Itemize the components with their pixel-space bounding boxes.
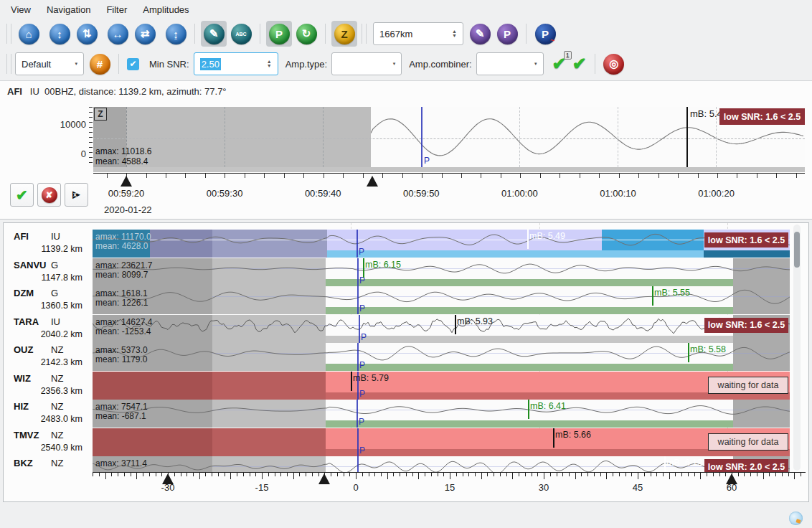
amp-combiner-combobox[interactable]: ▾ [476, 52, 544, 75]
mb-pick-line[interactable] [527, 230, 529, 249]
station-label[interactable]: AFIIU1139.2 km [4, 230, 93, 258]
overview-button[interactable]: ⌂ [16, 21, 42, 47]
p-pick-line[interactable] [357, 456, 359, 472]
tick [287, 473, 288, 476]
spin-arrows-icon[interactable]: ▲▼ [261, 60, 272, 68]
tick [225, 473, 225, 476]
recompute-icon: ↻ [296, 24, 317, 44]
mb-pick-line[interactable] [363, 258, 364, 278]
p-pick-line[interactable] [357, 428, 359, 456]
trace-row[interactable]: PmB: 5.79waiting for data [93, 372, 790, 400]
p-pick-line[interactable] [421, 107, 422, 167]
zoom-out-horizontal-button[interactable]: ⇄ [132, 21, 158, 47]
toolbar-separator [260, 24, 260, 44]
station-label[interactable]: TARAIU2040.2 km [4, 315, 93, 343]
min-snr-value: 2.50 [200, 58, 221, 70]
recompute-button[interactable]: ↻ [293, 21, 319, 47]
compute-magnitudes-button[interactable]: P~ [532, 21, 558, 47]
menu-view[interactable]: View [3, 1, 39, 18]
scrollbar-track[interactable] [793, 225, 801, 471]
trace-row[interactable]: PmB: 6.12amax: 3711.4low SNR: 2.0 < 2.5 [93, 456, 790, 472]
min-snr-spinbox[interactable]: 2.50 ▲▼ [194, 52, 278, 75]
menu-filter[interactable]: Filter [98, 1, 135, 18]
system-tray-icon[interactable] [789, 512, 803, 525]
filter-number-button[interactable]: # [87, 51, 113, 77]
trace-row[interactable]: PmB: 5.49amax: 11170.0mean: 4628.0low SN… [93, 230, 790, 258]
reject-button[interactable]: ✘ [37, 183, 61, 207]
mb-pick-line[interactable] [652, 286, 653, 306]
distance-value: 1667km [379, 29, 412, 39]
station-label[interactable]: SANVUG1147.8 km [4, 258, 93, 286]
menu-navigation[interactable]: Navigation [39, 1, 98, 18]
tick [580, 174, 580, 178]
amp-combiner-label: Amp.combiner: [409, 59, 471, 70]
station-label[interactable]: TMVZNZ2540.9 km [4, 428, 93, 456]
measure-amplitude-button[interactable]: ✎ [467, 21, 493, 47]
p-pick-line[interactable] [359, 315, 360, 343]
toolbar-handle[interactable] [6, 24, 11, 44]
confirm-all-button[interactable]: ✔ [572, 54, 587, 74]
component-z-button[interactable]: Z [331, 21, 357, 47]
station-label[interactable]: HIZNZ2483.0 km [4, 400, 93, 428]
time-marker-triangle[interactable] [726, 473, 737, 484]
amplitude-pick-line[interactable] [686, 107, 688, 167]
amp-type-label: Amp.type: [285, 59, 328, 70]
zoom-out-vertical-icon: ⇅ [77, 24, 98, 44]
origin-target-button[interactable]: ◎ [601, 51, 627, 77]
station-label[interactable]: DZMG1360.5 km [4, 286, 93, 314]
toolbar-handle[interactable] [6, 54, 11, 74]
zoom-in-vertical-button[interactable]: ↕ [47, 21, 72, 47]
station-label[interactable]: WIZNZ2356.3 km [4, 372, 93, 400]
trace-row[interactable]: PmB: 6.15amax: 23621.7mean: 8099.7 [93, 258, 790, 286]
station-label[interactable]: OUZNZ2142.3 km [4, 343, 93, 371]
station-label[interactable]: BKZNZ [4, 456, 93, 472]
trace-row[interactable]: PmB: 5.66waiting for data [93, 428, 790, 456]
zoom-out-vertical-button[interactable]: ⇅ [74, 21, 100, 47]
pick-phase-button[interactable]: P [266, 21, 292, 47]
menu-amplitudes[interactable]: Amplitudes [135, 1, 197, 18]
filter-profile-combobox[interactable]: Default ▾ [15, 52, 84, 75]
tick [402, 174, 403, 178]
min-snr-checkbox[interactable]: ✔ [127, 58, 139, 70]
mb-pick-line[interactable] [553, 428, 554, 448]
labels-abc-button[interactable]: ABC [228, 21, 254, 47]
tick [438, 473, 438, 476]
tick [393, 473, 394, 476]
trace-row[interactable]: PmB: 5.93amax: 14627.4mean: -1253.4low S… [93, 315, 790, 343]
mb-value-label: mB: 5.66 [555, 430, 591, 440]
trace-row[interactable]: PmB: 5.58amax: 5373.0mean: 1179.0 [93, 343, 790, 371]
tick [520, 174, 521, 178]
mb-pick-line[interactable] [664, 456, 666, 472]
mb-pick-line[interactable] [455, 315, 456, 334]
mb-pick-line[interactable] [528, 400, 529, 419]
zoom-in-horizontal-button[interactable]: ↔ [105, 21, 131, 47]
spin-arrows-icon[interactable]: ▲▼ [446, 29, 457, 38]
p-pick-line[interactable] [357, 286, 359, 314]
confirm-one-button[interactable]: ✔ 1 [552, 54, 567, 74]
time-marker-triangle[interactable] [121, 176, 132, 187]
amp-type-combobox[interactable]: ▾ [331, 52, 402, 75]
trace-row[interactable]: PmB: 6.41amax: 7547.1mean: -687.1 [93, 400, 790, 428]
mb-pick-line[interactable] [351, 372, 352, 391]
time-marker-triangle[interactable] [367, 176, 378, 187]
toolbar-handle[interactable] [362, 24, 367, 44]
normalize-amplitudes-button[interactable]: ↨ [163, 21, 189, 47]
time-marker-triangle[interactable] [162, 473, 174, 484]
p-pick-line[interactable] [357, 343, 359, 371]
distance-spinbox[interactable]: 1667km▲▼ [373, 22, 463, 45]
zoom-waveform-plot[interactable]: Z P mB: 5.4 amax: 11018.6 mean: 4588.4 l… [93, 107, 805, 167]
pick-amplitude-button[interactable]: P [494, 21, 520, 47]
mb-pick-line[interactable] [688, 343, 689, 362]
p-pick-line[interactable] [357, 230, 358, 258]
trace-row[interactable]: PmB: 5.55amax: 1618.1mean: 1226.1 [93, 286, 790, 314]
amax-label: amax: 1618.1 [95, 288, 148, 298]
time-marker-triangle[interactable] [318, 473, 330, 484]
ruler-button[interactable]: ✎ [201, 21, 227, 47]
p-pick-line[interactable] [357, 258, 359, 286]
accept-button[interactable]: ✔ [10, 183, 34, 207]
mean-label: mean: 8099.7 [95, 270, 148, 280]
defer-button[interactable]: ► x [65, 183, 88, 207]
tick [105, 473, 106, 479]
scrollbar-thumb[interactable] [794, 232, 800, 268]
p-pick-line[interactable] [357, 400, 358, 428]
